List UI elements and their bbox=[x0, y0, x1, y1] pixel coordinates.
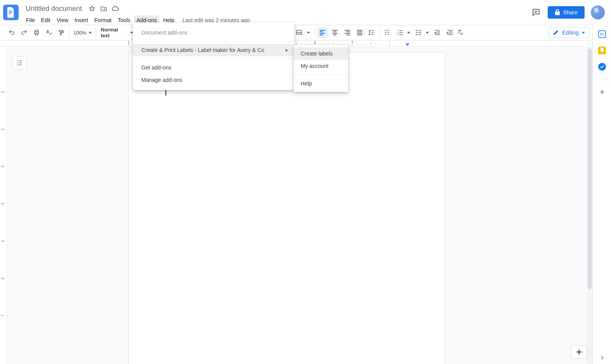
avatar[interactable] bbox=[591, 5, 605, 19]
svg-point-7 bbox=[416, 30, 417, 31]
dropdown-divider bbox=[133, 59, 294, 59]
redo-icon[interactable] bbox=[19, 27, 30, 38]
svg-rect-2 bbox=[9, 14, 11, 14]
cloud-status-icon[interactable] bbox=[111, 5, 119, 12]
editing-mode-label: Editing bbox=[562, 29, 579, 36]
addons-dropdown: Document add-ons Create & Print Labels -… bbox=[133, 23, 294, 90]
comment-history-icon[interactable] bbox=[531, 7, 541, 18]
editing-mode-button[interactable]: Editing bbox=[548, 27, 589, 38]
insert-image-icon[interactable] bbox=[294, 27, 305, 38]
calendar-icon[interactable] bbox=[598, 30, 606, 38]
hide-sidepanel-icon[interactable] bbox=[600, 355, 604, 360]
chevron-down-icon[interactable] bbox=[426, 32, 429, 34]
vertical-scrollbar[interactable] bbox=[587, 47, 592, 364]
toolbar-separator bbox=[69, 28, 70, 37]
menu-format[interactable]: Format bbox=[92, 16, 114, 25]
create-labels-item[interactable]: Create labels bbox=[294, 47, 348, 60]
keep-icon[interactable] bbox=[598, 47, 606, 54]
ruler-tick-label: 1 bbox=[127, 41, 130, 45]
share-button-label: Share bbox=[563, 9, 578, 16]
explore-button[interactable] bbox=[571, 345, 587, 359]
get-addons-item[interactable]: Get add-ons bbox=[133, 61, 294, 74]
right-margin-marker-icon[interactable] bbox=[406, 43, 409, 46]
manage-addons-item[interactable]: Manage add-ons bbox=[133, 74, 294, 86]
ruler-tick-label: 7 bbox=[351, 41, 353, 45]
zoom-value: 100% bbox=[73, 30, 86, 36]
toolbar-separator bbox=[315, 28, 316, 37]
numbered-list-icon[interactable]: 123 bbox=[395, 27, 406, 38]
paragraph-style-select[interactable]: Normal text bbox=[98, 27, 136, 38]
align-left-icon[interactable] bbox=[317, 27, 328, 38]
document-page[interactable] bbox=[128, 52, 445, 364]
paint-format-icon[interactable] bbox=[56, 27, 67, 38]
document-outline-toggle[interactable] bbox=[12, 56, 26, 70]
line-spacing-icon[interactable] bbox=[366, 27, 377, 38]
undo-icon[interactable] bbox=[6, 27, 17, 38]
svg-point-9 bbox=[416, 34, 417, 35]
spellcheck-icon[interactable] bbox=[44, 27, 54, 38]
chevron-down-icon bbox=[89, 32, 92, 34]
vertical-ruler[interactable]: 1 2 3 4 5 6 7 bbox=[0, 47, 7, 364]
my-account-item[interactable]: My account bbox=[294, 60, 348, 72]
toolbar-separator bbox=[364, 28, 365, 37]
submenu-arrow-icon: ► bbox=[285, 48, 289, 52]
title-row: Untitled document bbox=[23, 3, 531, 14]
docs-home-icon[interactable] bbox=[3, 5, 19, 20]
ruler-tick-label: 6 bbox=[314, 41, 316, 45]
titlebar: Untitled document File Edit View Insert … bbox=[0, 0, 611, 25]
increase-indent-icon[interactable] bbox=[444, 27, 455, 38]
svg-rect-0 bbox=[9, 10, 12, 11]
svg-text:3: 3 bbox=[397, 33, 399, 36]
share-button[interactable]: Share bbox=[548, 6, 585, 19]
paragraph-style-value: Normal text bbox=[101, 27, 126, 38]
checklist-icon[interactable] bbox=[382, 27, 393, 38]
chevron-down-icon bbox=[582, 32, 585, 34]
dropdown-divider bbox=[294, 75, 348, 75]
pencil-icon bbox=[553, 29, 559, 36]
toolbar: 100% Normal text 123 Editing bbox=[0, 25, 611, 40]
dropdown-header: Document add-ons bbox=[133, 26, 294, 39]
toolbar-separator bbox=[381, 28, 381, 37]
lock-icon bbox=[555, 9, 560, 16]
tasks-icon[interactable] bbox=[598, 63, 606, 71]
menu-tools[interactable]: Tools bbox=[115, 16, 133, 25]
align-right-icon[interactable] bbox=[342, 27, 353, 38]
star-icon[interactable] bbox=[88, 5, 96, 12]
side-panel bbox=[592, 25, 611, 364]
addon-labelmaker-item[interactable]: Create & Print Labels - Label maker for … bbox=[133, 44, 294, 56]
chevron-down-icon[interactable] bbox=[407, 32, 410, 34]
decrease-indent-icon[interactable] bbox=[432, 27, 443, 38]
move-icon[interactable] bbox=[100, 5, 108, 12]
menu-file[interactable]: File bbox=[23, 16, 38, 25]
toolbar-separator bbox=[453, 28, 453, 37]
dropdown-divider bbox=[133, 41, 294, 42]
get-addons-plus-icon[interactable] bbox=[598, 88, 606, 96]
print-icon[interactable] bbox=[31, 27, 42, 38]
chevron-down-icon[interactable] bbox=[307, 32, 310, 34]
align-center-icon[interactable] bbox=[329, 27, 340, 38]
text-cursor bbox=[165, 89, 166, 95]
toolbar-separator bbox=[96, 28, 96, 37]
zoom-select[interactable]: 100% bbox=[72, 30, 93, 36]
menu-view[interactable]: View bbox=[54, 16, 71, 25]
svg-rect-1 bbox=[9, 12, 12, 13]
clear-formatting-icon[interactable] bbox=[454, 27, 465, 38]
labelmaker-submenu: Create labels My account Help bbox=[294, 45, 348, 92]
title-right: Share bbox=[531, 5, 605, 19]
addon-labelmaker-label: Create & Print Labels - Label maker for … bbox=[141, 47, 264, 53]
bulleted-list-icon[interactable] bbox=[413, 27, 424, 38]
document-title-input[interactable]: Untitled document bbox=[23, 4, 84, 14]
svg-point-8 bbox=[416, 32, 417, 33]
submenu-help-item[interactable]: Help bbox=[294, 77, 348, 90]
menu-edit[interactable]: Edit bbox=[38, 16, 53, 25]
document-icon bbox=[7, 7, 15, 18]
scrollbar-thumb[interactable] bbox=[588, 49, 592, 289]
align-justify-icon[interactable] bbox=[354, 27, 365, 38]
menu-insert[interactable]: Insert bbox=[72, 16, 91, 25]
sidepanel-divider bbox=[597, 79, 607, 80]
explore-icon bbox=[576, 348, 583, 355]
